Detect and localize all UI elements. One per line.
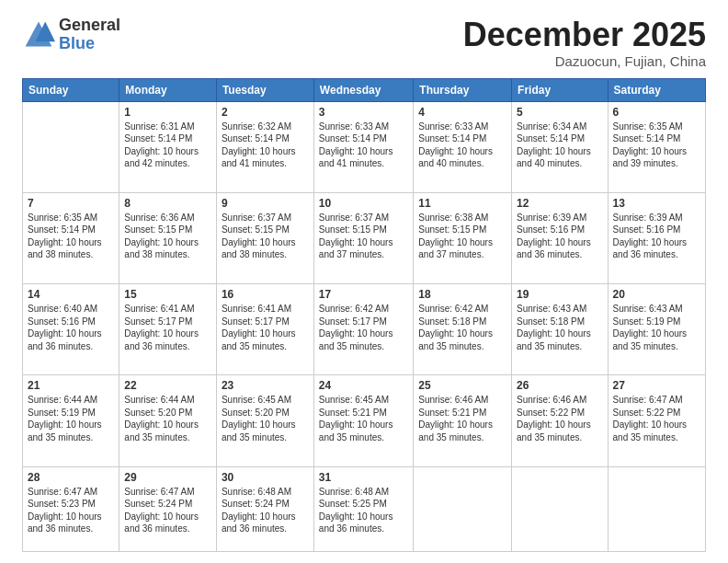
- day-number: 10: [319, 197, 408, 210]
- day-info: Sunrise: 6:35 AMSunset: 5:14 PMDaylight:…: [28, 212, 114, 261]
- table-row: 29Sunrise: 6:47 AMSunset: 5:24 PMDayligh…: [119, 466, 217, 551]
- table-row: 10Sunrise: 6:37 AMSunset: 5:15 PMDayligh…: [313, 192, 413, 283]
- table-row: 8Sunrise: 6:36 AMSunset: 5:15 PMDaylight…: [119, 192, 217, 283]
- table-row: 17Sunrise: 6:42 AMSunset: 5:17 PMDayligh…: [313, 284, 413, 375]
- day-info: Sunrise: 6:33 AMSunset: 5:14 PMDaylight:…: [319, 121, 408, 170]
- table-row: 16Sunrise: 6:41 AMSunset: 5:17 PMDayligh…: [216, 284, 313, 375]
- table-row: 2Sunrise: 6:32 AMSunset: 5:14 PMDaylight…: [216, 101, 313, 192]
- day-info: Sunrise: 6:33 AMSunset: 5:14 PMDaylight:…: [418, 121, 506, 170]
- table-row: 1Sunrise: 6:31 AMSunset: 5:14 PMDaylight…: [119, 101, 217, 192]
- day-info: Sunrise: 6:46 AMSunset: 5:21 PMDaylight:…: [418, 394, 506, 443]
- day-number: 22: [124, 379, 211, 392]
- location-subtitle: Dazuocun, Fujian, China: [463, 53, 706, 69]
- day-info: Sunrise: 6:48 AMSunset: 5:24 PMDaylight:…: [222, 486, 309, 535]
- day-number: 24: [319, 379, 408, 392]
- table-row: 5Sunrise: 6:34 AMSunset: 5:14 PMDaylight…: [512, 101, 608, 192]
- day-number: 18: [418, 288, 506, 301]
- day-number: 8: [124, 197, 211, 210]
- day-number: 4: [418, 106, 506, 119]
- day-info: Sunrise: 6:41 AMSunset: 5:17 PMDaylight:…: [124, 303, 211, 352]
- table-row: 26Sunrise: 6:46 AMSunset: 5:22 PMDayligh…: [512, 375, 608, 466]
- logo: General Blue: [22, 17, 120, 53]
- day-info: Sunrise: 6:36 AMSunset: 5:15 PMDaylight:…: [124, 212, 211, 261]
- header-thursday: Thursday: [414, 78, 512, 101]
- table-row: 27Sunrise: 6:47 AMSunset: 5:22 PMDayligh…: [608, 375, 705, 466]
- table-row: [512, 466, 608, 551]
- table-row: 31Sunrise: 6:48 AMSunset: 5:25 PMDayligh…: [313, 466, 413, 551]
- table-row: 7Sunrise: 6:35 AMSunset: 5:14 PMDaylight…: [23, 192, 119, 283]
- day-number: 13: [613, 197, 700, 210]
- day-number: 16: [222, 288, 309, 301]
- table-row: 12Sunrise: 6:39 AMSunset: 5:16 PMDayligh…: [512, 192, 608, 283]
- day-number: 17: [319, 288, 408, 301]
- table-row: [23, 101, 119, 192]
- day-info: Sunrise: 6:47 AMSunset: 5:22 PMDaylight:…: [613, 394, 700, 443]
- calendar-header-row: Sunday Monday Tuesday Wednesday Thursday…: [23, 78, 706, 101]
- day-info: Sunrise: 6:34 AMSunset: 5:14 PMDaylight:…: [517, 121, 602, 170]
- header-sunday: Sunday: [23, 78, 119, 101]
- day-number: 9: [222, 197, 309, 210]
- day-info: Sunrise: 6:47 AMSunset: 5:23 PMDaylight:…: [28, 486, 114, 535]
- table-row: 30Sunrise: 6:48 AMSunset: 5:24 PMDayligh…: [216, 466, 313, 551]
- table-row: 19Sunrise: 6:43 AMSunset: 5:18 PMDayligh…: [512, 284, 608, 375]
- table-row: 18Sunrise: 6:42 AMSunset: 5:18 PMDayligh…: [414, 284, 512, 375]
- day-info: Sunrise: 6:31 AMSunset: 5:14 PMDaylight:…: [124, 121, 211, 170]
- day-number: 11: [418, 197, 506, 210]
- day-info: Sunrise: 6:44 AMSunset: 5:19 PMDaylight:…: [28, 394, 114, 443]
- day-number: 14: [28, 288, 114, 301]
- logo-text: General Blue: [59, 17, 120, 53]
- day-info: Sunrise: 6:45 AMSunset: 5:21 PMDaylight:…: [319, 394, 408, 443]
- logo-icon: [22, 18, 55, 52]
- day-number: 27: [613, 379, 700, 392]
- month-title: December 2025: [463, 17, 706, 53]
- day-info: Sunrise: 6:39 AMSunset: 5:16 PMDaylight:…: [613, 212, 700, 261]
- table-row: 20Sunrise: 6:43 AMSunset: 5:19 PMDayligh…: [608, 284, 705, 375]
- page: General Blue December 2025 Dazuocun, Fuj…: [0, 0, 728, 563]
- day-number: 3: [319, 106, 408, 119]
- day-info: Sunrise: 6:45 AMSunset: 5:20 PMDaylight:…: [222, 394, 309, 443]
- day-number: 23: [222, 379, 309, 392]
- day-info: Sunrise: 6:43 AMSunset: 5:18 PMDaylight:…: [517, 303, 602, 352]
- logo-blue-text: Blue: [59, 35, 120, 53]
- table-row: 15Sunrise: 6:41 AMSunset: 5:17 PMDayligh…: [119, 284, 217, 375]
- day-info: Sunrise: 6:32 AMSunset: 5:14 PMDaylight:…: [222, 121, 309, 170]
- day-number: 30: [222, 471, 309, 484]
- day-number: 21: [28, 379, 114, 392]
- table-row: [608, 466, 705, 551]
- header-saturday: Saturday: [608, 78, 705, 101]
- table-row: 23Sunrise: 6:45 AMSunset: 5:20 PMDayligh…: [216, 375, 313, 466]
- day-info: Sunrise: 6:43 AMSunset: 5:19 PMDaylight:…: [613, 303, 700, 352]
- day-info: Sunrise: 6:38 AMSunset: 5:15 PMDaylight:…: [418, 212, 506, 261]
- day-number: 12: [517, 197, 602, 210]
- logo-general-text: General: [59, 17, 120, 35]
- header-wednesday: Wednesday: [313, 78, 413, 101]
- header: General Blue December 2025 Dazuocun, Fuj…: [22, 17, 706, 69]
- day-info: Sunrise: 6:35 AMSunset: 5:14 PMDaylight:…: [613, 121, 700, 170]
- table-row: 13Sunrise: 6:39 AMSunset: 5:16 PMDayligh…: [608, 192, 705, 283]
- day-number: 19: [517, 288, 602, 301]
- title-block: December 2025 Dazuocun, Fujian, China: [463, 17, 706, 69]
- day-number: 5: [517, 106, 602, 119]
- table-row: 21Sunrise: 6:44 AMSunset: 5:19 PMDayligh…: [23, 375, 119, 466]
- day-info: Sunrise: 6:42 AMSunset: 5:18 PMDaylight:…: [418, 303, 506, 352]
- table-row: 6Sunrise: 6:35 AMSunset: 5:14 PMDaylight…: [608, 101, 705, 192]
- table-row: 22Sunrise: 6:44 AMSunset: 5:20 PMDayligh…: [119, 375, 217, 466]
- day-info: Sunrise: 6:37 AMSunset: 5:15 PMDaylight:…: [319, 212, 408, 261]
- day-info: Sunrise: 6:48 AMSunset: 5:25 PMDaylight:…: [319, 486, 408, 535]
- table-row: [414, 466, 512, 551]
- header-tuesday: Tuesday: [216, 78, 313, 101]
- day-number: 25: [418, 379, 506, 392]
- table-row: 11Sunrise: 6:38 AMSunset: 5:15 PMDayligh…: [414, 192, 512, 283]
- day-number: 6: [613, 106, 700, 119]
- header-friday: Friday: [512, 78, 608, 101]
- day-info: Sunrise: 6:44 AMSunset: 5:20 PMDaylight:…: [124, 394, 211, 443]
- day-number: 2: [222, 106, 309, 119]
- day-number: 20: [613, 288, 700, 301]
- day-number: 1: [124, 106, 211, 119]
- day-info: Sunrise: 6:46 AMSunset: 5:22 PMDaylight:…: [517, 394, 602, 443]
- day-info: Sunrise: 6:41 AMSunset: 5:17 PMDaylight:…: [222, 303, 309, 352]
- day-info: Sunrise: 6:39 AMSunset: 5:16 PMDaylight:…: [517, 212, 602, 261]
- table-row: 3Sunrise: 6:33 AMSunset: 5:14 PMDaylight…: [313, 101, 413, 192]
- day-number: 31: [319, 471, 408, 484]
- day-info: Sunrise: 6:40 AMSunset: 5:16 PMDaylight:…: [28, 303, 114, 352]
